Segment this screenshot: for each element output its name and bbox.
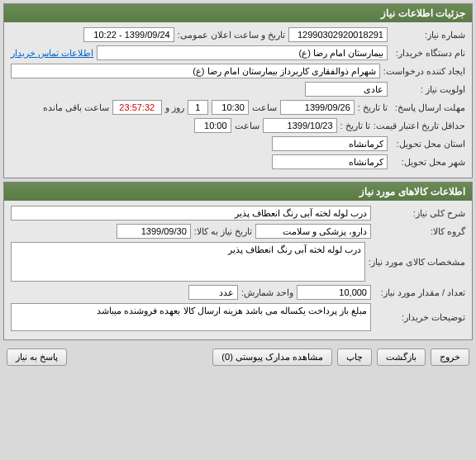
section1-header: جزئیات اطلاعات نیاز xyxy=(4,4,472,22)
row-group: گروه کالا: تاریخ نیاز به کالا: xyxy=(11,224,465,239)
spec-label: مشخصات کالای مورد نیاز: xyxy=(369,257,465,268)
row-buyer-device: نام دستگاه خریدار: اطلاعات تماس خریدار xyxy=(11,45,465,60)
row-creator: ایجاد کننده درخواست: xyxy=(11,64,465,78)
row-buyer-notes: توضیحات خریدار: xyxy=(11,303,465,331)
remaining-time-field[interactable] xyxy=(112,100,162,115)
buyer-contact-link[interactable]: اطلاعات تماس خریدار xyxy=(11,48,93,59)
qty-field[interactable] xyxy=(297,285,371,300)
buyer-notes-field[interactable] xyxy=(11,303,371,331)
province-label: استان محل تحویل: xyxy=(391,139,465,149)
announce-label: تاریخ و ساعت اعلان عمومی: xyxy=(178,30,285,40)
need-number-field[interactable] xyxy=(288,27,388,42)
creator-field[interactable] xyxy=(11,64,380,78)
city-field[interactable] xyxy=(272,154,388,169)
need-date-label: تاریخ نیاز به کالا: xyxy=(194,226,252,237)
days-field[interactable] xyxy=(188,100,208,115)
exit-button[interactable]: خروج xyxy=(431,349,469,366)
credit-until-label: تا تاریخ : xyxy=(340,121,370,131)
unit-field[interactable] xyxy=(188,285,238,300)
section2-header: اطلاعات کالاهای مورد نیاز xyxy=(4,183,472,201)
print-button[interactable]: چاپ xyxy=(337,349,372,366)
unit-label: واحد شمارش: xyxy=(241,287,293,298)
until-label: تا تاریخ : xyxy=(358,102,388,113)
time-label-1: ساعت xyxy=(252,102,277,113)
row-credit: حداقل تاریخ اعتبار قیمت: تا تاریخ : ساعت xyxy=(11,118,465,133)
need-date-field[interactable] xyxy=(117,224,191,239)
creator-label: ایجاد کننده درخواست: xyxy=(383,66,465,77)
goods-info-section: اطلاعات کالاهای مورد نیاز شرح کلی نیاز: … xyxy=(3,182,473,340)
row-spec: مشخصات کالای مورد نیاز: xyxy=(11,242,465,282)
buyer-device-field[interactable] xyxy=(97,45,388,60)
button-bar: خروج بازگشت چاپ مشاهده مدارک پیوستی (0) … xyxy=(0,344,476,371)
buyer-notes-label: توضیحات خریدار: xyxy=(374,312,465,323)
until-date-field[interactable] xyxy=(280,100,355,115)
respond-button[interactable]: پاسخ به نیاز xyxy=(7,349,67,366)
buyer-device-label: نام دستگاه خریدار: xyxy=(391,48,465,59)
credit-time-field[interactable] xyxy=(194,118,231,133)
section2-body: شرح کلی نیاز: گروه کالا: تاریخ نیاز به ک… xyxy=(4,201,472,339)
group-label: گروه کالا: xyxy=(374,226,465,237)
desc-field[interactable] xyxy=(11,206,371,221)
credit-label: حداقل تاریخ اعتبار قیمت: xyxy=(374,121,465,131)
row-qty: تعداد / مقدار مورد نیاز: واحد شمارش: xyxy=(11,285,465,300)
time-label-2: ساعت xyxy=(235,121,259,131)
row-province: استان محل تحویل: xyxy=(11,136,465,151)
row-deadline: مهلت ارسال پاسخ: تا تاریخ : ساعت روز و س… xyxy=(11,100,465,115)
desc-label: شرح کلی نیاز: xyxy=(374,208,465,219)
announce-field[interactable] xyxy=(83,27,174,42)
qty-label: تعداد / مقدار مورد نیاز: xyxy=(374,287,465,298)
city-label: شهر محل تحویل: xyxy=(391,157,465,168)
days-label: روز و xyxy=(165,102,184,113)
spec-field[interactable] xyxy=(11,242,365,282)
need-details-section: جزئیات اطلاعات نیاز شماره نیاز: تاریخ و … xyxy=(3,3,473,178)
priority-label: اولویت نیاز : xyxy=(391,84,465,95)
row-need-number: شماره نیاز: تاریخ و ساعت اعلان عمومی: xyxy=(11,27,465,42)
remaining-label: ساعت باقی مانده xyxy=(43,102,109,113)
row-city: شهر محل تحویل: xyxy=(11,154,465,169)
credit-date-field[interactable] xyxy=(263,118,337,133)
section1-body: شماره نیاز: تاریخ و ساعت اعلان عمومی: نا… xyxy=(4,22,472,178)
row-desc: شرح کلی نیاز: xyxy=(11,206,465,221)
priority-field[interactable] xyxy=(305,82,388,97)
need-number-label: شماره نیاز: xyxy=(391,30,465,40)
province-field[interactable] xyxy=(272,136,388,151)
back-button[interactable]: بازگشت xyxy=(377,349,426,366)
until-time-field[interactable] xyxy=(212,100,249,115)
deadline-label: مهلت ارسال پاسخ: xyxy=(391,102,465,113)
group-field[interactable] xyxy=(255,224,371,239)
row-priority: اولویت نیاز : xyxy=(11,82,465,97)
attachments-button[interactable]: مشاهده مدارک پیوستی (0) xyxy=(212,349,332,366)
